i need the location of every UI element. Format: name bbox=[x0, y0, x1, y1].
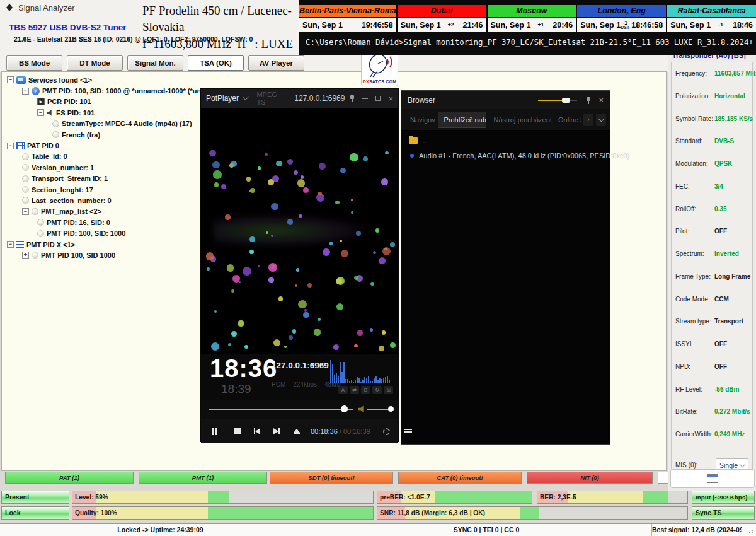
tree-item-services[interactable]: Services found <1> bbox=[2, 74, 666, 85]
collapse-icon[interactable] bbox=[7, 143, 14, 149]
playlist-menu-button[interactable] bbox=[398, 429, 418, 434]
field-standard: Standard:DVB-S bbox=[675, 137, 748, 144]
status-pmt: PMT (1) bbox=[139, 472, 267, 484]
sync-ts-indicator: Sync TS bbox=[692, 506, 755, 520]
gear-icon bbox=[383, 428, 390, 435]
tree-label: PMT_map_list <2> bbox=[41, 207, 101, 215]
app-title-row: Signal Analyzer bbox=[5, 3, 75, 13]
potplayer-titlebar[interactable]: PotPlayer MPEG TS 127.0.0.1:6969 × bbox=[201, 89, 398, 108]
format-label: PCM bbox=[272, 381, 285, 388]
minimize-icon[interactable] bbox=[362, 98, 368, 99]
collapse-icon[interactable] bbox=[37, 109, 44, 116]
chevron-down-icon bbox=[740, 461, 746, 467]
field-modulation: Modulation:QPSK bbox=[675, 160, 748, 167]
collapse-icon[interactable] bbox=[22, 88, 29, 95]
ab-repeat-b-button[interactable]: B bbox=[361, 386, 370, 394]
seek-slider[interactable] bbox=[209, 409, 353, 410]
tab-online[interactable]: Online S bbox=[553, 112, 581, 127]
preber-bar: preBER: <1.0E-7 bbox=[377, 491, 532, 504]
tree-label: PMT PID: 16, SID: 0 bbox=[47, 219, 110, 226]
field-issyi: ISSYIOFF bbox=[675, 341, 748, 347]
browser-titlebar[interactable]: Browser × bbox=[401, 91, 610, 109]
volume-handle[interactable] bbox=[388, 406, 394, 412]
ball-icon bbox=[37, 219, 44, 226]
level-bar: Level: 59% bbox=[72, 491, 374, 504]
logo-text: DXSATCS.COM bbox=[363, 79, 396, 84]
clock-dubai: Dubai Sun, Sep 1+221:46 bbox=[396, 5, 486, 32]
pause-button[interactable] bbox=[201, 428, 227, 435]
resize-grip[interactable] bbox=[742, 524, 756, 536]
chevron-down-icon[interactable] bbox=[243, 95, 248, 100]
audio-track-label: Audio #1 - French, AAC(LATM), 48.0 kHz (… bbox=[419, 152, 629, 160]
folder-up-label: .. bbox=[423, 137, 427, 144]
next-button[interactable] bbox=[266, 428, 286, 434]
total-time-dim: 18:39 bbox=[221, 382, 251, 396]
settings-button[interactable] bbox=[375, 428, 398, 435]
transponder-monitor-button[interactable] bbox=[670, 469, 755, 488]
ab-swap-button[interactable]: ⇄ bbox=[350, 386, 359, 394]
fullscreen-button[interactable]: ⇲ bbox=[384, 386, 393, 394]
ab-repeat-a-button[interactable]: A bbox=[338, 386, 348, 394]
audio-track-item[interactable]: Audio #1 - French, AAC(LATM), 48.0 kHz (… bbox=[401, 148, 610, 163]
previous-icon bbox=[255, 428, 260, 434]
tab-av-player[interactable]: AV Player bbox=[248, 55, 304, 71]
close-icon[interactable]: × bbox=[388, 95, 393, 103]
browser-opacity-slider[interactable] bbox=[538, 97, 577, 103]
tab-menu-browser[interactable]: Prohlížeč nabídky bbox=[438, 112, 486, 128]
field-frametype: Frame Type:Long Frame bbox=[675, 273, 748, 280]
collapse-icon[interactable] bbox=[7, 76, 14, 83]
video-visualization[interactable] bbox=[201, 108, 398, 354]
signal-row-1: Present Level: 59% preBER: <1.0E-7 BER: … bbox=[0, 491, 756, 504]
expand-icon[interactable] bbox=[22, 252, 29, 259]
present-indicator: Present bbox=[1, 491, 69, 504]
field-spectrum: Spectrum:Inverted bbox=[675, 250, 748, 257]
ball-icon bbox=[52, 120, 59, 127]
eject-icon bbox=[294, 429, 300, 434]
tab-signal-mon[interactable]: Signal Mon. bbox=[127, 55, 183, 71]
status-sdt: SDT (0) timeout! bbox=[270, 472, 393, 484]
previous-button[interactable] bbox=[247, 428, 266, 434]
stop-button[interactable] bbox=[227, 428, 247, 434]
folder-up-row[interactable]: .. bbox=[401, 131, 610, 148]
maximize-icon[interactable] bbox=[375, 96, 381, 101]
field-carrierwidth: CarrierWidth:0,249 MHz bbox=[675, 431, 748, 438]
dropdown-button[interactable] bbox=[596, 114, 606, 126]
snr-bar: SNR: 11,8 dB (Margin: 6,3 dB | OK) bbox=[377, 506, 688, 520]
clock-city-label: London, Eng bbox=[577, 5, 666, 18]
terminal-window[interactable]: C:\Users\Roman Dávid>Signal monitoring_P… bbox=[299, 32, 756, 55]
slider-handle[interactable] bbox=[562, 98, 570, 103]
collapse-icon[interactable] bbox=[7, 241, 14, 248]
statusbar-sync: SYNC 0 | TEI 0 | CC 0 bbox=[321, 524, 652, 536]
seek-handle[interactable] bbox=[341, 405, 348, 412]
loop-button[interactable]: ↻ bbox=[372, 386, 382, 394]
ball-icon bbox=[22, 153, 29, 160]
pin-icon[interactable] bbox=[586, 96, 591, 104]
tab-tsa[interactable]: TSA (OK) bbox=[188, 55, 244, 71]
field-polarization: Polarization:Horizontal bbox=[675, 93, 748, 100]
collapse-icon[interactable] bbox=[22, 208, 29, 215]
bullet-icon bbox=[410, 154, 414, 158]
close-icon[interactable]: × bbox=[598, 95, 604, 105]
field-npd: NPD:OFF bbox=[675, 363, 748, 370]
pin-icon[interactable] bbox=[350, 95, 355, 102]
tree-label: StreamType: MPEG-4 Audio (mp4a) (17) bbox=[62, 120, 192, 127]
audio-spectrum bbox=[330, 357, 393, 383]
tab-navigate[interactable]: Navigovat bbox=[405, 112, 435, 127]
ball-icon bbox=[32, 208, 38, 215]
scroll-next-button[interactable]: › bbox=[583, 114, 593, 126]
tab-dt-mode[interactable]: DT Mode bbox=[67, 55, 123, 71]
clock-berlin: Berlin-Paris-Vienna-Roma Sun, Sep 119:46… bbox=[299, 5, 396, 32]
next-icon bbox=[273, 428, 278, 434]
eject-button[interactable] bbox=[286, 429, 307, 434]
volume-speaker-icon[interactable] bbox=[358, 405, 365, 412]
browser-title: Browser bbox=[408, 96, 435, 105]
field-rflevel: RF Level:-56 dBm bbox=[675, 386, 748, 393]
tab-bs-mode[interactable]: BS Mode bbox=[6, 55, 62, 71]
ball-icon bbox=[22, 164, 29, 171]
signal-analyzer-window: Signal Analyzer TBS 5927 USB DVB-S2 Tune… bbox=[0, 0, 756, 536]
tab-subtitle-browser[interactable]: Nástroj procházení titulků bbox=[489, 112, 551, 127]
tree-label: PAT PID 0 bbox=[27, 142, 59, 149]
tree-label: Services found <1> bbox=[28, 76, 92, 84]
input-indicator: Input (~282 Kbps) bbox=[692, 491, 755, 504]
transponder-panel: Transponder (A0) [BS] Frequency:11603,85… bbox=[668, 49, 756, 491]
